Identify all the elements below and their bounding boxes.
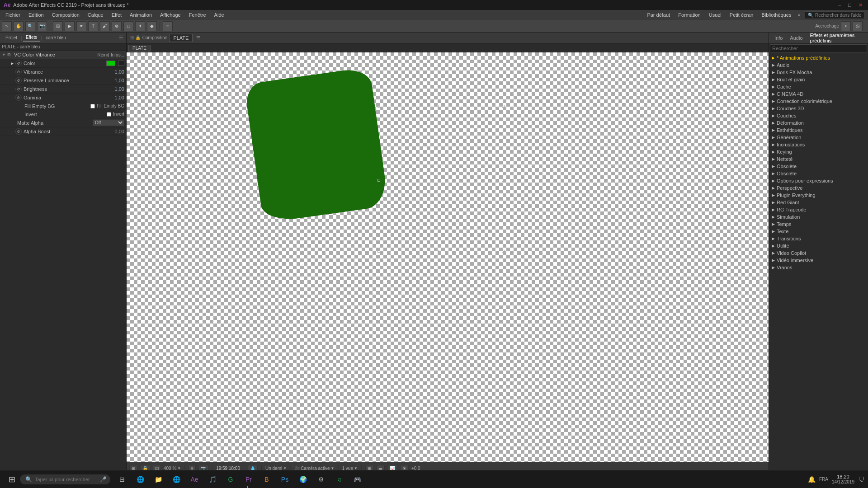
puppet-tool[interactable]: ✦ (135, 21, 145, 31)
playhead[interactable] (247, 486, 248, 488)
fill-bg-checkbox[interactable] (90, 104, 95, 108)
menu-animation[interactable]: Animation (126, 11, 156, 19)
workspace-default[interactable]: Par défaut (643, 11, 674, 19)
panel-menu-icon[interactable]: ☰ (119, 35, 123, 41)
category-deformation[interactable]: ▶ Déformation (770, 119, 867, 127)
color-preview[interactable] (106, 61, 115, 66)
tab-projet[interactable]: Projet (3, 34, 20, 41)
viewer-tab[interactable]: PLATE (169, 34, 193, 42)
tab-info[interactable]: Info (771, 34, 786, 42)
taskbar-app-browser2[interactable]: 🌍 (295, 471, 311, 488)
category-couches[interactable]: ▶ Couches (770, 112, 867, 119)
category-incrustations[interactable]: ▶ Incrustations (770, 141, 867, 148)
taskbar-app-task-view[interactable]: ⊟ (114, 471, 130, 488)
tab-effets[interactable]: Effets (23, 34, 40, 42)
taskbar-app-blender[interactable]: B (259, 471, 275, 488)
handle-tc[interactable] (439, 105, 441, 108)
category-esthetiques[interactable]: ▶ Esthétiques (770, 127, 867, 134)
category-texte[interactable]: ▶ Texte (770, 228, 867, 235)
taskbar-app-settings[interactable]: ⚙ (313, 471, 329, 488)
effect-info-btn[interactable]: Infos... (111, 52, 124, 57)
brightness-value[interactable]: 1,00 (115, 86, 124, 92)
menu-edition[interactable]: Edition (25, 11, 47, 19)
taskbar-search[interactable]: 🔍 🎤 (20, 474, 110, 484)
taskbar-action-center[interactable]: 🗨 (858, 476, 864, 483)
taskbar-app-photoshop[interactable]: Ps (277, 471, 293, 488)
category-rg-trapcode[interactable]: ▶ RG Trapcode (770, 206, 867, 213)
workspace-bibliotheques[interactable]: Bibliothèques (758, 11, 795, 19)
taskbar-app-music[interactable]: 🎵 (204, 471, 221, 488)
select-tool[interactable]: ↖ (2, 21, 12, 31)
taskbar-app-chrome[interactable]: 🌐 (168, 471, 184, 488)
motion-blur-btn[interactable]: ◎ (853, 21, 863, 31)
snap-btn[interactable]: ⌖ (841, 21, 851, 31)
category-generation[interactable]: ▶ Génération (770, 134, 867, 141)
clone-tool[interactable]: ⊗ (112, 21, 122, 31)
shape-tool[interactable]: ◆ (147, 21, 157, 31)
category-vranos[interactable]: ▶ Vranos (770, 264, 867, 271)
handle-tl[interactable] (377, 105, 380, 108)
menu-composition[interactable]: Composition (48, 11, 83, 19)
taskbar-app-explorer[interactable]: 📁 (150, 471, 166, 488)
handle-mr[interactable] (502, 179, 505, 182)
taskbar-notifications-icon[interactable]: 🔔 (808, 476, 816, 483)
category-red-giant[interactable]: ▶ Red Giant (770, 199, 867, 206)
menu-affichage[interactable]: Affichage (156, 11, 184, 19)
hand-tool[interactable]: ✋ (14, 21, 24, 31)
category-animations[interactable]: ▶ * Animations prédéfinies (770, 54, 867, 61)
brush-tool[interactable]: 🖌 (100, 21, 110, 31)
category-obsolete-1[interactable]: ▶ Obsolète (770, 163, 867, 170)
microphone-icon[interactable]: 🎤 (100, 476, 107, 483)
matte-alpha-select[interactable]: Off On (93, 119, 124, 126)
menu-calque[interactable]: Calque (84, 11, 107, 19)
zoom-tool[interactable]: 🔍 (25, 21, 35, 31)
tab-audio[interactable]: Audio (786, 34, 806, 42)
category-plugin-everything[interactable]: ▶ Plugin Everything (770, 192, 867, 199)
color-extra[interactable] (118, 61, 124, 66)
menu-fichier[interactable]: Fichier (2, 11, 24, 19)
workspace-formation[interactable]: Formation (675, 11, 704, 19)
category-cinema4d[interactable]: ▶ CINEMA 4D (770, 90, 867, 98)
eraser-tool[interactable]: ◻ (123, 21, 133, 31)
camera-tool[interactable]: 📷 (37, 21, 47, 31)
invert-checkbox[interactable] (107, 112, 111, 117)
category-video-copilot[interactable]: ▶ Video Copilot (770, 249, 867, 257)
color-expand-icon[interactable]: ▶ (9, 60, 15, 66)
category-nettete[interactable]: ▶ Netteté (770, 155, 867, 163)
alpha-boost-value[interactable]: 0,00 (115, 129, 124, 134)
vibrance-stopwatch-icon[interactable]: ⏱ (15, 69, 22, 75)
category-video-immersive[interactable]: ▶ Vidéo immersive (770, 257, 867, 264)
category-perspective[interactable]: ▶ Perspective (770, 184, 867, 192)
render-btn[interactable]: ▶ (65, 21, 75, 31)
category-audio[interactable]: ▶ Audio (770, 61, 867, 69)
taskbar-language[interactable]: FRA (819, 477, 828, 482)
preserve-stopwatch-icon[interactable]: ⏱ (15, 77, 22, 84)
category-bruit[interactable]: ▶ Bruit et grain (770, 76, 867, 83)
presets-search-input[interactable] (770, 44, 867, 52)
titlebar-controls[interactable]: − □ ✕ (836, 2, 864, 8)
category-cache[interactable]: ▶ Cache (770, 83, 867, 90)
category-couches3d[interactable]: ▶ Couches 3D (770, 105, 867, 112)
close-button[interactable]: ✕ (857, 2, 864, 8)
category-temps[interactable]: ▶ Temps (770, 221, 867, 228)
tab-carre-bleu[interactable]: carré bleu (43, 34, 68, 41)
workspace-usuel[interactable]: Usuel (705, 11, 725, 19)
category-utilite[interactable]: ▶ Utilité (770, 242, 867, 249)
taskbar-app-green[interactable]: G (222, 471, 239, 488)
text-tool[interactable]: T (88, 21, 98, 31)
category-boris[interactable]: ▶ Boris FX Mocha (770, 69, 867, 76)
color-swatch[interactable] (104, 61, 124, 66)
minimize-button[interactable]: − (836, 2, 843, 8)
menu-effet[interactable]: Effet (108, 11, 125, 19)
new-comp-btn[interactable]: ⊞ (53, 21, 63, 31)
start-button[interactable]: ⊞ (4, 471, 20, 488)
help-search-placeholder[interactable]: Rechercher dans l'aide (815, 13, 861, 18)
brightness-stopwatch-icon[interactable]: ⏱ (15, 86, 22, 92)
viewer-tab-menu[interactable]: ☰ (196, 35, 200, 40)
taskbar-app-premiere[interactable]: Pr (241, 471, 257, 488)
align-btn[interactable]: ≡ (163, 21, 173, 31)
taskbar-app-adobe[interactable]: Ae (186, 471, 203, 488)
category-obsolete-2[interactable]: ▶ Obsolète (770, 170, 867, 177)
workspace-petit-ecran[interactable]: Petit écran (726, 11, 757, 19)
handle-tr[interactable] (502, 105, 505, 108)
